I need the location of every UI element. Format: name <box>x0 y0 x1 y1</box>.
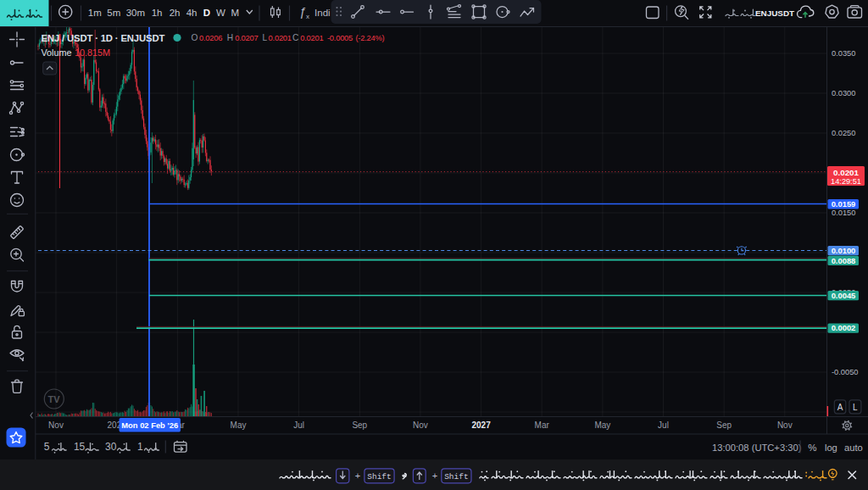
svg-text:ENJUSDT: ENJUSDT <box>755 8 794 18</box>
svg-text:May: May <box>231 420 247 430</box>
svg-text:TV: TV <box>48 394 61 404</box>
svg-text:log: log <box>825 443 837 453</box>
svg-text:0.0150: 0.0150 <box>832 209 855 217</box>
svg-text:O: O <box>192 33 198 42</box>
svg-text:L: L <box>263 33 268 42</box>
svg-text:-0.0050: -0.0050 <box>832 368 859 376</box>
svg-text:Shift: Shift <box>367 472 392 482</box>
svg-text:(-2.24%): (-2.24%) <box>356 33 385 42</box>
svg-text:D: D <box>203 8 210 18</box>
svg-text:1h: 1h <box>152 8 163 18</box>
svg-text:Nov: Nov <box>777 420 793 430</box>
svg-text:M: M <box>231 8 240 18</box>
svg-text:2h: 2h <box>170 8 181 18</box>
svg-text:ENJ / USDT · 1D · ENJUSDT: ENJ / USDT · 1D · ENJUSDT <box>42 33 165 43</box>
svg-text:Sep: Sep <box>352 420 367 430</box>
svg-text:May: May <box>594 420 610 430</box>
svg-text:0.0002: 0.0002 <box>832 323 856 332</box>
svg-text:0.0201: 0.0201 <box>300 33 323 42</box>
svg-text:%: % <box>808 443 816 453</box>
svg-text:2027: 2027 <box>471 420 491 430</box>
svg-text:+: + <box>432 471 437 481</box>
svg-text:W: W <box>216 8 225 18</box>
svg-text:Mar: Mar <box>535 420 550 430</box>
svg-text:0.0300: 0.0300 <box>832 89 855 97</box>
svg-text:30m: 30m <box>126 8 145 18</box>
svg-text:A: A <box>837 403 843 412</box>
svg-text:0.0201: 0.0201 <box>833 168 860 177</box>
svg-text:Nov: Nov <box>48 420 64 430</box>
svg-text:10.815M: 10.815M <box>75 47 110 58</box>
svg-text:30: 30 <box>105 441 117 453</box>
svg-text:-0.0005: -0.0005 <box>327 33 353 42</box>
svg-text:5: 5 <box>44 441 50 453</box>
svg-text:14:29:51: 14:29:51 <box>831 177 861 186</box>
svg-text:4h: 4h <box>186 8 198 18</box>
svg-text:5m: 5m <box>107 8 120 18</box>
svg-text:ƒ: ƒ <box>299 5 306 19</box>
svg-text:C: C <box>292 33 298 42</box>
svg-text:1m: 1m <box>88 8 102 18</box>
svg-text:0.0207: 0.0207 <box>235 33 258 42</box>
svg-text:Nov: Nov <box>413 420 428 430</box>
svg-text:+: + <box>355 471 360 481</box>
svg-text:x: x <box>306 13 309 20</box>
svg-text:1: 1 <box>137 441 143 453</box>
svg-text:0.0100: 0.0100 <box>832 246 856 255</box>
svg-text:0.0206: 0.0206 <box>199 33 222 42</box>
svg-text:0.0159: 0.0159 <box>832 199 856 209</box>
svg-text:Jul: Jul <box>293 420 304 430</box>
svg-text:13:00:08 (UTC+3:30): 13:00:08 (UTC+3:30) <box>712 443 802 453</box>
svg-text:15: 15 <box>74 441 86 453</box>
svg-text:0.0088: 0.0088 <box>832 256 856 265</box>
svg-text:Volume: Volume <box>42 47 72 58</box>
svg-text:L: L <box>853 403 858 412</box>
svg-text:Indi: Indi <box>314 7 331 18</box>
svg-text:H: H <box>227 33 233 42</box>
svg-text:auto: auto <box>844 443 863 453</box>
svg-text:0.0250: 0.0250 <box>832 129 855 137</box>
svg-text:Jul: Jul <box>658 420 669 430</box>
svg-text:Mon 02 Feb '26: Mon 02 Feb '26 <box>121 420 178 430</box>
svg-text:0.0045: 0.0045 <box>832 291 856 300</box>
svg-text:Shift: Shift <box>444 472 469 482</box>
svg-text:Sep: Sep <box>716 420 732 430</box>
svg-text:0.0350: 0.0350 <box>832 49 855 58</box>
svg-text:0.0201: 0.0201 <box>269 33 292 42</box>
